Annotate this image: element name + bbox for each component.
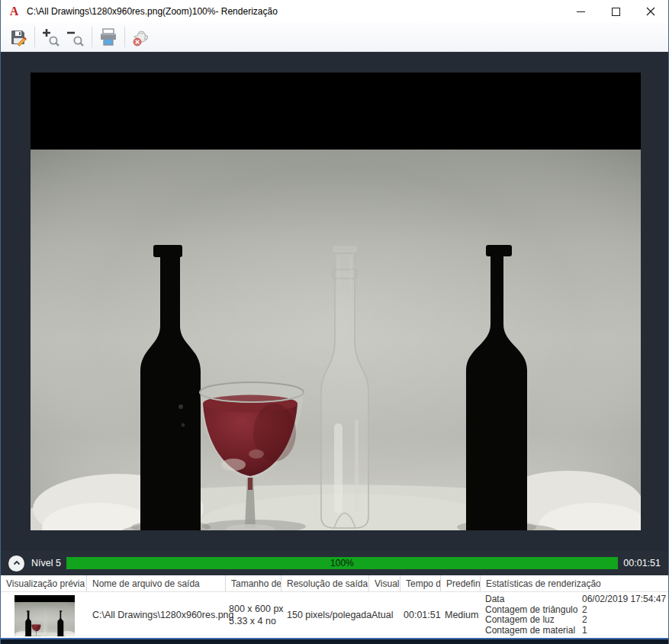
stat-row: Contagem de luz 2	[485, 615, 668, 626]
size-cell: 800 x 600 px 5.33 x 4 no	[226, 592, 281, 638]
stat-row: Contagem de triângulo 2	[485, 605, 668, 616]
col-header-time[interactable]: Tempo d	[400, 575, 441, 591]
col-header-statistics[interactable]: Estatísticas de renderização	[481, 575, 668, 591]
render-toolbar	[1, 23, 668, 52]
autocad-app-icon[interactable]: A	[8, 5, 21, 18]
minimize-icon	[577, 11, 585, 12]
render-history-row[interactable]: C:\All Drawings\1280x960res.png 800 x 60…	[1, 592, 668, 638]
elapsed-time-label: 00:01:51	[622, 558, 661, 568]
close-button[interactable]	[633, 0, 668, 23]
window-controls	[563, 0, 668, 23]
col-header-resolution[interactable]: Resolução de saída	[281, 575, 369, 591]
zoom-out-button[interactable]	[64, 26, 87, 49]
col-header-size[interactable]: Tamanho de	[226, 575, 281, 591]
title-bar: A C:\All Drawings\1280x960res.png(Zoom)1…	[1, 0, 668, 23]
teapot-cancel-icon	[130, 27, 152, 47]
col-header-preview[interactable]: Visualização prévia	[1, 575, 87, 591]
progress-strip: Nível 5 100% 00:01:51	[1, 551, 668, 575]
col-header-visual[interactable]: Visual	[369, 575, 400, 591]
stat-row: Data 06/02/2019 17:54:47	[485, 594, 668, 605]
stat-value: 1	[582, 626, 587, 636]
close-icon	[646, 7, 655, 16]
zoom-in-icon	[42, 28, 60, 47]
stat-value: 2	[582, 605, 587, 616]
stat-label: Data	[485, 594, 582, 605]
stat-label: Contagem de luz	[485, 615, 582, 626]
render-viewport[interactable]	[1, 52, 668, 551]
col-header-preset[interactable]: Predefini	[441, 575, 481, 591]
toolbar-separator	[124, 27, 125, 47]
zoom-out-icon	[66, 28, 85, 47]
render-progress-bar: 100%	[66, 557, 618, 569]
print-button[interactable]	[97, 26, 120, 49]
collapse-panel-button[interactable]	[8, 555, 24, 572]
col-header-filename[interactable]: Nome de arquivo de saída	[87, 575, 226, 591]
toolbar-separator	[34, 27, 35, 47]
stat-label: Contagem de material	[485, 626, 582, 636]
resolution-cell: 150 pixels/polegada	[281, 592, 369, 638]
progress-percent-label: 100%	[66, 557, 618, 569]
preview-cell	[1, 592, 87, 638]
window-bottom-border	[1, 638, 668, 644]
render-thumbnail	[14, 595, 75, 636]
cancel-render-button[interactable]	[130, 26, 153, 49]
history-table-header: Visualização prévia Nome de arquivo de s…	[1, 575, 668, 592]
save-icon	[9, 28, 27, 47]
stat-value: 06/02/2019 17:54:47	[582, 594, 666, 605]
chevron-up-icon	[12, 559, 21, 568]
stat-label: Contagem de triângulo	[485, 605, 582, 616]
render-window: A C:\All Drawings\1280x960res.png(Zoom)1…	[0, 0, 669, 644]
render-time-cell: 00:01:51	[400, 592, 441, 638]
render-level-label: Nível 5	[31, 558, 61, 568]
maximize-icon	[612, 8, 620, 16]
minimize-button[interactable]	[563, 0, 598, 23]
visual-cell: Atual	[369, 592, 400, 638]
stat-row: Contagem de material 1	[485, 626, 668, 636]
save-button[interactable]	[7, 26, 30, 49]
maximize-button[interactable]	[598, 0, 633, 23]
preset-cell: Medium	[441, 592, 481, 638]
filename-cell: C:\All Drawings\1280x960res.png	[87, 592, 226, 638]
rendered-image	[31, 72, 641, 530]
statistics-cell: Data 06/02/2019 17:54:47 Contagem de tri…	[481, 592, 668, 638]
zoom-in-button[interactable]	[40, 26, 63, 49]
window-title: C:\All Drawings\1280x960res.png(Zoom)100…	[27, 6, 278, 17]
print-icon	[98, 27, 118, 47]
size-units: 5.33 x 4 no	[229, 615, 281, 627]
size-pixels: 800 x 600 px	[229, 603, 281, 615]
stat-value: 2	[582, 615, 587, 626]
toolbar-separator	[92, 27, 92, 47]
